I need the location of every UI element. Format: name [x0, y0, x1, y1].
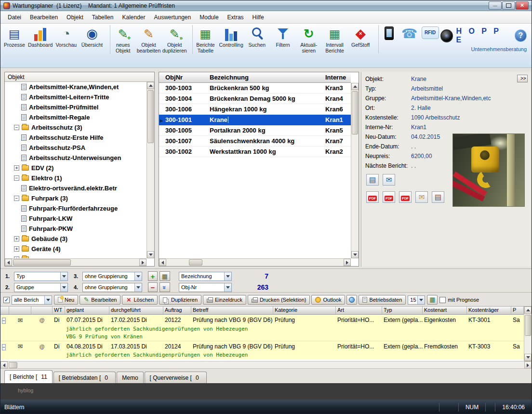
mail-export-button[interactable]	[383, 174, 395, 186]
chevron-down-icon[interactable]	[60, 272, 67, 280]
scroll-thumb[interactable]	[13, 259, 71, 266]
scroll-thumb[interactable]	[147, 90, 154, 143]
toolbar-rfid[interactable]: RFID	[420, 25, 440, 52]
toolbar-aktuali-sieren[interactable]: ↻Aktuali- sieren	[296, 25, 322, 54]
help-icon[interactable]	[515, 29, 527, 42]
object-row[interactable]: 300-1005Portalkran 2000 kgKran5	[159, 125, 351, 136]
report-vscrollbar[interactable]	[524, 307, 532, 361]
scroll-thumb[interactable]	[525, 315, 531, 336]
toolbar-intervall-berichte[interactable]: ▦Intervall Berichte	[322, 25, 348, 54]
chevron-down-icon[interactable]	[44, 296, 52, 304]
expand-icon[interactable]: +	[14, 165, 19, 171]
report-column-typ[interactable]: Typ	[382, 307, 423, 315]
scroll-right-icon[interactable]	[139, 259, 146, 266]
chevron-down-icon[interactable]	[224, 272, 231, 280]
object-row[interactable]: 300-1003Brückenkran 500 kgKran3	[159, 83, 351, 93]
expand-icon[interactable]: +	[14, 236, 19, 241]
remove-grouping-button[interactable]	[148, 282, 158, 292]
scroll-right-icon[interactable]	[344, 259, 351, 266]
report-column-betreff[interactable]: Betreff	[191, 307, 273, 315]
toolbar-suchen[interactable]: Suchen	[244, 25, 270, 54]
report-design-button[interactable]	[366, 174, 379, 186]
toolbar-neues-objekt[interactable]: ✎neues Objekt	[110, 25, 136, 54]
scroll-up-icon[interactable]	[524, 307, 532, 314]
tree-item[interactable]: Arbeitsschutz-PSA	[5, 143, 146, 153]
pdf-button[interactable]	[383, 191, 395, 203]
tree-item[interactable]: Fuhrpark-LKW	[5, 214, 146, 224]
report-row[interactable]: −✉@Di04.08.2015 Di17.03.2015 Di20124Prüf…	[0, 341, 524, 351]
group-count-button[interactable]	[160, 271, 170, 281]
toolbar-filtern[interactable]: Filtern	[270, 25, 296, 54]
scroll-right-icon[interactable]	[524, 361, 532, 369]
grouping-combo-1[interactable]: Typ	[14, 272, 68, 281]
column-header-bezeichnung[interactable]: Bezeichnung	[208, 74, 324, 81]
report-row[interactable]: −✉@Di07.07.2015 Di17.02.2015 Di20122Prüf…	[0, 315, 524, 325]
menu-datei[interactable]: Datei	[3, 12, 26, 23]
menu-objekt[interactable]: Objekt	[62, 12, 88, 23]
count-field-combo-1[interactable]: Bezeichnung	[179, 272, 232, 281]
einzeldruck-button[interactable]: Einzeldruck	[203, 295, 246, 305]
collapse-icon[interactable]: −	[2, 344, 6, 350]
scroll-thumb[interactable]	[9, 362, 17, 368]
tree-item[interactable]: Arbeitsmittel-Leitern+Tritte	[5, 92, 146, 102]
collapse-icon[interactable]: −	[2, 318, 6, 324]
collapse-icon[interactable]: −	[14, 125, 19, 130]
toolbar-objekt-duplizieren[interactable]: ✎Objekt duplizieren	[161, 25, 187, 54]
neu-button[interactable]: Neu	[54, 295, 78, 305]
scroll-left-icon[interactable]	[5, 259, 12, 266]
tree-item[interactable]: Arbeitsmittel-Prüfmittel	[5, 102, 146, 112]
tab-querverweise[interactable]: [ Querverweise [0	[145, 372, 207, 383]
grid-vscrollbar[interactable]	[351, 83, 359, 258]
add-grouping-button[interactable]	[148, 271, 158, 281]
column-header-objnr[interactable]: ObjNr	[164, 74, 208, 81]
toolbar-dashboard[interactable]: Dashboard	[27, 25, 53, 54]
tree-folder[interactable]: +Gebäude (3)	[5, 234, 146, 244]
close-button[interactable]	[516, 1, 529, 10]
report-column-kostenträger[interactable]: Kostenträger	[467, 307, 511, 315]
toolbar-vorschau[interactable]: ◔Vorschau	[53, 25, 79, 54]
scroll-left-icon[interactable]	[0, 361, 8, 369]
object-row[interactable]: 300-1001KraneKran1	[159, 115, 351, 125]
menu-module[interactable]: Module	[195, 12, 223, 23]
outlook-button[interactable]: Outlook	[311, 295, 345, 305]
toolbar-übersicht[interactable]: ◉Übersicht	[79, 25, 105, 54]
tree-folder[interactable]: +Geräte (4)	[5, 244, 146, 254]
scroll-thumb[interactable]	[189, 259, 202, 266]
menu-hilfe[interactable]: Hilfe	[248, 12, 268, 23]
toolbar-tablet[interactable]	[378, 25, 399, 53]
scroll-down-icon[interactable]	[351, 251, 359, 258]
expand-all-button[interactable]	[160, 282, 170, 292]
toolbar-gefstoff[interactable]: ◆GefStoff	[347, 25, 373, 54]
scroll-up-icon[interactable]	[351, 83, 359, 90]
tree-item[interactable]: Fuhrpark-PKW	[5, 224, 146, 234]
maximize-button[interactable]	[502, 1, 515, 10]
toolbar-prozesse[interactable]: ▤Prozesse	[1, 25, 27, 54]
tree-hscrollbar[interactable]	[5, 258, 146, 266]
tree-item[interactable]: Elektro-ortsveränd.elektr.Betr	[5, 183, 146, 193]
drucken-selektion-button[interactable]: Drucken (Selektion)	[248, 295, 310, 305]
tab-berichte[interactable]: [ Berichte [11	[4, 370, 53, 383]
toolbar-phone[interactable]: ☎	[399, 25, 420, 54]
report-column-art[interactable]: Art	[336, 307, 382, 315]
bearbeiten-button[interactable]: Bearbeiten	[80, 295, 120, 305]
tree-item[interactable]: Arbeitsmittel-Regale	[5, 112, 146, 122]
tree-folder[interactable]: −Fuhrpark (3)	[5, 193, 146, 203]
betriebsdaten-button[interactable]: Betriebsdaten	[359, 295, 406, 305]
expand-icon[interactable]: +	[14, 246, 19, 252]
chevron-down-icon[interactable]	[60, 283, 67, 292]
chevron-down-icon[interactable]	[224, 283, 231, 292]
object-row[interactable]: 300-1002Werkstattkran 1000 kgKran2	[159, 147, 351, 157]
tab-memo[interactable]: Memo	[117, 372, 143, 383]
menu-kalender[interactable]: Kalender	[118, 12, 149, 23]
report-column-durchgeführt[interactable]: durchgeführt	[109, 307, 163, 315]
menu-auswertungen[interactable]: Auswertungen	[150, 12, 196, 23]
collapse-icon[interactable]: −	[14, 175, 19, 181]
report-hscrollbar[interactable]	[0, 361, 532, 369]
toolbar-objekt-bearbeiten[interactable]: ✎Objekt bearbeiten	[136, 25, 162, 54]
scroll-up-icon[interactable]	[147, 82, 154, 89]
prognose-checkbox[interactable]	[439, 297, 446, 303]
chevron-down-icon[interactable]	[134, 283, 142, 292]
minimize-button[interactable]	[489, 1, 502, 10]
chevron-down-icon[interactable]	[417, 296, 425, 304]
page-size-combo[interactable]: 15	[408, 295, 425, 305]
